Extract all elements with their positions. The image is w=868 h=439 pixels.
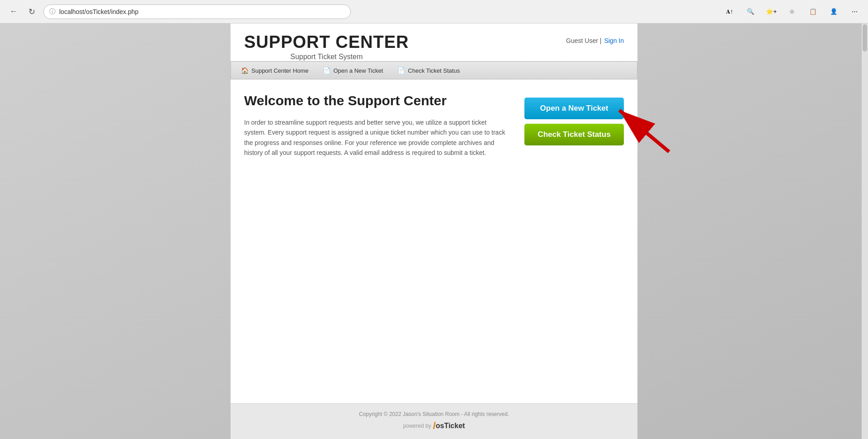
footer-copyright: Copyright © 2022 Jason's Situation Room … (238, 411, 630, 417)
extensions-button[interactable]: ⭐+ (765, 5, 778, 18)
content-area: Welcome to the Support Center In order t… (231, 79, 637, 403)
check-status-icon: 📄 (397, 67, 405, 74)
nav-open-ticket-label: Open a New Ticket (333, 67, 383, 74)
content-sidebar: Open a New Ticket Check Ticket Status (524, 93, 624, 385)
home-icon: 🏠 (241, 67, 249, 74)
guest-user-label: Guest User | (566, 37, 601, 44)
new-ticket-icon: 📄 (323, 67, 330, 74)
nav-bar: 🏠 Support Center Home 📄 Open a New Ticke… (231, 61, 637, 79)
more-menu-button[interactable]: ⋯ (848, 5, 861, 18)
browser-chrome: ← ↻ ⓘ localhost/osTicket/index.php 𝐀↑ 🔍 … (0, 0, 868, 23)
scrollbar-thumb[interactable] (863, 24, 867, 51)
profile-button[interactable]: 👤 (827, 5, 840, 18)
url-text: localhost/osTicket/index.php (59, 8, 138, 15)
osticket-brand: osTicket (436, 422, 465, 430)
site-title-main: SUPPORT CENTER (244, 33, 409, 52)
back-button[interactable]: ← (7, 5, 20, 18)
nav-open-ticket[interactable]: 📄 Open a New Ticket (316, 65, 389, 76)
sign-in-link[interactable]: Sign In (604, 37, 624, 44)
welcome-text: In order to streamline support requests … (244, 117, 506, 158)
svg-line-1 (619, 110, 669, 152)
favorites-button[interactable]: ☆ (786, 5, 798, 18)
powered-by-text: powered by (403, 423, 431, 429)
nav-support-center-home[interactable]: 🏠 Support Center Home (235, 65, 315, 76)
site-title-sub: Support Ticket System (244, 53, 409, 61)
nav-check-status[interactable]: 📄 Check Ticket Status (391, 65, 466, 76)
content-main: Welcome to the Support Center In order t… (244, 93, 511, 385)
info-icon: ⓘ (49, 8, 56, 16)
site-header: SUPPORT CENTER Support Ticket System Gue… (231, 23, 637, 61)
search-button[interactable]: 🔍 (744, 5, 757, 18)
page-wrapper: SUPPORT CENTER Support Ticket System Gue… (231, 23, 637, 439)
reader-mode-button[interactable]: 𝐀↑ (723, 5, 736, 18)
site-footer: Copyright © 2022 Jason's Situation Room … (231, 403, 637, 439)
scrollbar-track[interactable] (862, 23, 868, 439)
check-ticket-status-button[interactable]: Check Ticket Status (524, 124, 624, 145)
site-title-block: SUPPORT CENTER Support Ticket System (244, 33, 409, 61)
refresh-button[interactable]: ↻ (25, 5, 38, 18)
address-bar[interactable]: ⓘ localhost/osTicket/index.php (43, 5, 351, 19)
osticket-logo: / osTicket (433, 420, 465, 432)
nav-check-status-label: Check Ticket Status (408, 67, 460, 74)
welcome-title: Welcome to the Support Center (244, 93, 511, 108)
collections-button[interactable]: 📋 (807, 5, 819, 18)
footer-powered-by: powered by / osTicket (238, 420, 630, 432)
nav-home-label: Support Center Home (251, 67, 308, 74)
browser-right-icons: 𝐀↑ 🔍 ⭐+ ☆ 📋 👤 ⋯ (723, 5, 861, 18)
main-area: SUPPORT CENTER Support Ticket System Gue… (0, 23, 868, 439)
header-right: Guest User | Sign In (566, 33, 624, 44)
open-new-ticket-button[interactable]: Open a New Ticket (524, 98, 624, 119)
